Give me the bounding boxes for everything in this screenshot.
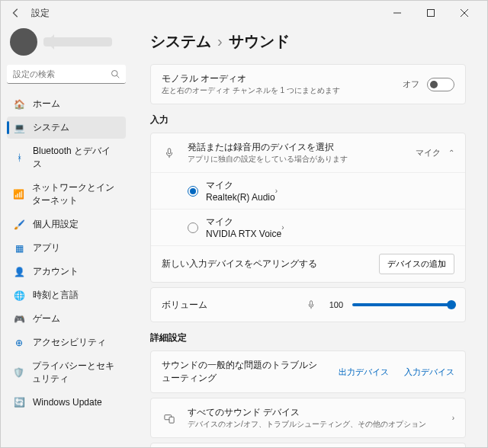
mono-audio-row[interactable]: モノラル オーディオ 左と右のオーディオ チャンネルを 1 つにまとめます オフ — [151, 65, 465, 104]
sidebar-item-system[interactable]: 💻システム — [7, 117, 126, 139]
pair-device-row: 新しい入力デバイスをペアリングする デバイスの追加 — [151, 245, 465, 282]
system-icon: 💻 — [13, 122, 25, 134]
chevron-right-icon: › — [452, 414, 454, 422]
add-device-button[interactable]: デバイスの追加 — [379, 254, 454, 274]
user-profile[interactable] — [7, 25, 126, 65]
svg-rect-7 — [169, 417, 174, 423]
search-icon — [111, 69, 120, 81]
search-box[interactable] — [7, 65, 126, 84]
advanced-heading: 詳細設定 — [150, 331, 466, 344]
volume-slider[interactable] — [352, 303, 451, 306]
time-icon: 🌐 — [13, 290, 25, 302]
maximize-button[interactable] — [414, 2, 448, 24]
sidebar-item-network[interactable]: 📶ネットワークとインターネット — [7, 177, 126, 212]
breadcrumb-current: サウンド — [229, 31, 290, 52]
personalization-icon: 🖌️ — [13, 219, 25, 231]
input-option-0[interactable]: マイク Realtek(R) Audio › — [151, 172, 465, 209]
svg-rect-1 — [428, 10, 435, 17]
input-heading: 入力 — [150, 114, 466, 126]
user-name-redacted — [43, 37, 112, 46]
microphone-icon — [162, 148, 177, 158]
home-icon: 🏠 — [13, 98, 25, 110]
svg-point-2 — [112, 71, 118, 77]
network-icon: 📶 — [13, 188, 24, 200]
sidebar-item-personalization[interactable]: 🖌️個人用設定 — [7, 213, 126, 235]
breadcrumb: システム › サウンド — [150, 31, 466, 52]
sidebar-item-privacy[interactable]: 🛡️プライバシーとセキュリティ — [7, 355, 126, 390]
troubleshoot-row: サウンドの一般的な問題のトラブルシューティング 出力デバイス 入力デバイス — [151, 351, 465, 392]
sidebar-item-accounts[interactable]: 👤アカウント — [7, 261, 126, 283]
sidebar-item-update[interactable]: 🔄Windows Update — [7, 392, 126, 413]
chevron-right-icon: › — [281, 223, 284, 232]
volume-row: ボリューム 100 — [151, 288, 465, 322]
sidebar-item-apps[interactable]: ▦アプリ — [7, 237, 126, 259]
window-title: 設定 — [31, 7, 380, 20]
breadcrumb-parent[interactable]: システム — [150, 31, 211, 52]
back-button[interactable] — [7, 4, 25, 22]
devices-icon — [162, 413, 177, 424]
accounts-icon: 👤 — [13, 266, 25, 278]
svg-line-3 — [117, 75, 119, 78]
chevron-right-icon: › — [275, 187, 278, 195]
radio-selected-icon[interactable] — [188, 186, 198, 197]
microphone-icon — [303, 300, 319, 309]
apps-icon: ▦ — [13, 242, 25, 254]
volume-value: 100 — [329, 300, 343, 309]
all-devices-row[interactable]: すべてのサウンド デバイス デバイスのオン/オフ、トラブルシューティング、その他… — [151, 398, 465, 437]
mono-toggle[interactable] — [427, 78, 454, 91]
privacy-icon: 🛡️ — [13, 366, 24, 379]
sidebar-item-accessibility[interactable]: ⊕アクセシビリティ — [7, 331, 126, 354]
svg-rect-5 — [310, 301, 312, 306]
mono-state: オフ — [403, 78, 419, 90]
search-input[interactable] — [7, 65, 126, 84]
radio-unselected-icon[interactable] — [188, 222, 198, 233]
troubleshoot-input-link[interactable]: 入力デバイス — [404, 366, 454, 378]
gaming-icon: 🎮 — [13, 313, 25, 325]
sidebar-item-gaming[interactable]: 🎮ゲーム — [7, 308, 126, 330]
chevron-right-icon: › — [217, 33, 223, 50]
minimize-button[interactable] — [380, 2, 414, 24]
accessibility-icon: ⊕ — [13, 337, 25, 349]
mixer-row[interactable]: 音量ミキサー アプリの音量ミックス、アプリの入力および出力デバイス › — [151, 443, 465, 447]
input-device-row[interactable]: 発話または録音用のデバイスを選択 アプリに独自の設定をしている場合があります マ… — [151, 133, 465, 172]
troubleshoot-output-link[interactable]: 出力デバイス — [339, 366, 389, 378]
avatar-icon — [10, 28, 37, 56]
close-button[interactable] — [448, 2, 481, 24]
bluetooth-icon: ᚼ — [13, 152, 25, 164]
update-icon: 🔄 — [13, 396, 25, 408]
chevron-up-icon: ⌃ — [448, 149, 454, 157]
sidebar-item-time[interactable]: 🌐時刻と言語 — [7, 284, 126, 306]
sidebar-item-bluetooth[interactable]: ᚼBluetooth とデバイス — [7, 140, 126, 175]
svg-rect-4 — [168, 148, 171, 153]
sidebar-item-home[interactable]: 🏠ホーム — [7, 93, 126, 115]
input-option-1[interactable]: マイク NVIDIA RTX Voice › — [151, 209, 465, 245]
